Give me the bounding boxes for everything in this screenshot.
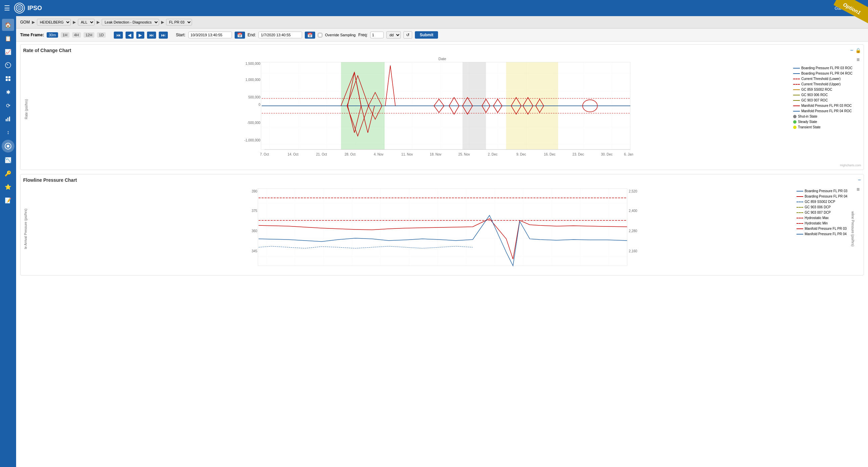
sidebar-item-reports[interactable]: 📋 bbox=[2, 32, 14, 45]
svg-text:18. Nov: 18. Nov bbox=[430, 152, 441, 156]
sidebar-item-gauge[interactable] bbox=[2, 59, 14, 71]
breadcrumb-select-flpr03[interactable]: FL PR 03 bbox=[166, 19, 192, 26]
sidebar-item-list[interactable]: 📝 bbox=[2, 194, 14, 206]
svg-text:23. Dec: 23. Dec bbox=[572, 152, 584, 156]
breadcrumb-gom: GOM bbox=[20, 20, 30, 25]
fp-chart-controls: − bbox=[858, 177, 861, 183]
svg-text:2,160: 2,160 bbox=[629, 249, 637, 253]
fp-title-bar: Flowline Pressure Chart − bbox=[23, 177, 861, 183]
timeframe-label: Time Frame: bbox=[20, 33, 44, 37]
svg-text:-1,000,000: -1,000,000 bbox=[244, 139, 260, 142]
end-date-input[interactable] bbox=[258, 32, 302, 38]
rate-of-change-chart: Rate of Change Chart − 🔒 Rate (psi/hrs) bbox=[20, 45, 864, 170]
side-nav: 🏠 📋 📈 ✱ ⟳ ↕ bbox=[0, 16, 16, 467]
end-label: End: bbox=[248, 33, 256, 37]
roc-y-axis-label: Rate (psi/hrs) bbox=[23, 55, 30, 163]
roc-context-menu[interactable]: ≡ bbox=[857, 57, 860, 63]
svg-point-2 bbox=[19, 8, 20, 9]
start-label: Start: bbox=[176, 33, 186, 37]
svg-text:11. Nov: 11. Nov bbox=[401, 152, 413, 156]
svg-text:Date: Date bbox=[438, 57, 446, 61]
svg-rect-7 bbox=[8, 79, 10, 81]
nav-end[interactable]: ⏭ bbox=[159, 32, 168, 39]
svg-text:7. Oct: 7. Oct bbox=[260, 152, 269, 156]
submit-btn[interactable]: Submit bbox=[415, 31, 438, 39]
flowline-pressure-chart: Flowline Pressure Chart − le Arrival Pre… bbox=[20, 174, 864, 275]
svg-text:6. Jan: 6. Jan bbox=[624, 152, 633, 156]
tf-btn-30m[interactable]: 30m bbox=[46, 32, 58, 38]
svg-text:14. Oct: 14. Oct bbox=[288, 152, 299, 156]
sidebar-item-asterisk[interactable]: ✱ bbox=[2, 86, 14, 98]
fp-context-menu[interactable]: ≡ bbox=[857, 186, 860, 193]
sidebar-item-bar[interactable] bbox=[2, 113, 14, 125]
svg-rect-4 bbox=[6, 76, 8, 78]
svg-text:21. Oct: 21. Oct bbox=[316, 152, 327, 156]
svg-rect-9 bbox=[7, 118, 8, 121]
override-label: Override Sampling bbox=[325, 33, 355, 37]
nav-skip-back[interactable]: ⏮ bbox=[114, 32, 123, 39]
roc-svg: Date 7. Oct 1 bbox=[30, 55, 855, 163]
tf-btn-1d[interactable]: 1D bbox=[97, 32, 106, 38]
dd-select[interactable]: dd bbox=[386, 31, 401, 39]
charts-area: Rate of Change Chart − 🔒 Rate (psi/hrs) bbox=[16, 42, 868, 467]
roc-chart-controls: − 🔒 bbox=[850, 47, 861, 53]
breadcrumb-select-heidelberg[interactable]: HEIDELBERG bbox=[37, 19, 71, 26]
svg-text:9. Dec: 9. Dec bbox=[516, 152, 526, 156]
svg-text:28. Oct: 28. Oct bbox=[345, 152, 355, 156]
breadcrumb-arrow-2: ▶ bbox=[73, 20, 76, 25]
sidebar-item-leak[interactable] bbox=[2, 140, 14, 152]
fp-svg-wrap: le Arrival Pressure (psi/hrs) 390 375 36… bbox=[23, 185, 861, 272]
breadcrumb-select-leak[interactable]: Leak Detection - Diagnostics bbox=[102, 19, 159, 26]
svg-point-12 bbox=[7, 145, 9, 147]
roc-lock-btn[interactable]: 🔒 bbox=[855, 48, 861, 53]
svg-text:2. Dec: 2. Dec bbox=[488, 152, 497, 156]
sidebar-item-charts[interactable]: 📈 bbox=[2, 46, 14, 58]
fp-minimize-btn[interactable]: − bbox=[858, 177, 861, 183]
start-calendar-btn[interactable]: 📅 bbox=[235, 32, 245, 39]
svg-text:2,280: 2,280 bbox=[629, 229, 637, 233]
tf-btn-4h[interactable]: 4H bbox=[72, 32, 81, 38]
nav-skip-forward[interactable]: ⏭ bbox=[147, 32, 156, 39]
breadcrumb-arrow-4: ▶ bbox=[161, 20, 164, 25]
svg-text:360: 360 bbox=[252, 229, 257, 233]
svg-rect-6 bbox=[6, 79, 8, 81]
tf-btn-12h[interactable]: 12H bbox=[84, 32, 94, 38]
svg-text:30. Dec: 30. Dec bbox=[601, 152, 613, 156]
sidebar-item-arrows[interactable]: ↕ bbox=[2, 126, 14, 139]
sidebar-item-cycle[interactable]: ⟳ bbox=[2, 99, 14, 112]
breadcrumb-select-all[interactable]: ALL bbox=[78, 19, 95, 26]
sidebar-item-key[interactable]: 🔑 bbox=[2, 167, 14, 179]
breadcrumb: GOM ▶ HEIDELBERG ▶ ALL ▶ Leak Detection … bbox=[16, 16, 868, 29]
roc-minimize-btn[interactable]: − bbox=[850, 47, 853, 53]
hamburger-menu[interactable]: ☰ bbox=[4, 4, 10, 12]
override-sampling-checkbox[interactable] bbox=[318, 33, 322, 37]
refresh-btn[interactable]: ↺ bbox=[403, 31, 412, 39]
svg-rect-8 bbox=[6, 119, 7, 121]
start-date-input[interactable] bbox=[188, 32, 232, 38]
tf-btn-1h[interactable]: 1H bbox=[61, 32, 69, 38]
sidebar-item-home[interactable]: 🏠 bbox=[2, 19, 14, 31]
breadcrumb-arrow-3: ▶ bbox=[97, 20, 100, 25]
fp-svg: 390 375 360 345 2,520 2,400 2,280 2,160 bbox=[28, 185, 850, 272]
svg-text:1,000,000: 1,000,000 bbox=[245, 78, 260, 82]
roc-legend: Boarding Pressure FL PR 03 ROC Boarding … bbox=[793, 65, 852, 130]
svg-text:4. Nov: 4. Nov bbox=[374, 152, 383, 156]
sidebar-item-star[interactable]: ⭐ bbox=[2, 181, 14, 193]
fp-legend: Boarding Pressure FL PR 03 Boarding Pres… bbox=[797, 188, 847, 237]
end-calendar-btn[interactable]: 📅 bbox=[305, 32, 315, 39]
sidebar-item-grid[interactable] bbox=[2, 72, 14, 85]
nav-forward[interactable]: ▶ bbox=[136, 32, 144, 39]
freq-input[interactable] bbox=[370, 32, 384, 38]
svg-rect-10 bbox=[9, 117, 10, 121]
svg-text:1,500,000: 1,500,000 bbox=[245, 62, 260, 65]
fp-chart-title: Flowline Pressure Chart bbox=[23, 177, 77, 183]
freq-label: Freq: bbox=[358, 33, 368, 37]
top-nav: ☰ IPSO Ganesh Hegde Option1 bbox=[0, 0, 868, 16]
svg-rect-56 bbox=[258, 188, 627, 266]
logo bbox=[14, 3, 25, 13]
nav-back[interactable]: ◀ bbox=[126, 32, 133, 39]
option-badge: Option1 bbox=[821, 0, 868, 24]
svg-text:390: 390 bbox=[252, 189, 257, 193]
svg-text:2,520: 2,520 bbox=[629, 189, 637, 193]
sidebar-item-trend[interactable]: 📉 bbox=[2, 154, 14, 166]
